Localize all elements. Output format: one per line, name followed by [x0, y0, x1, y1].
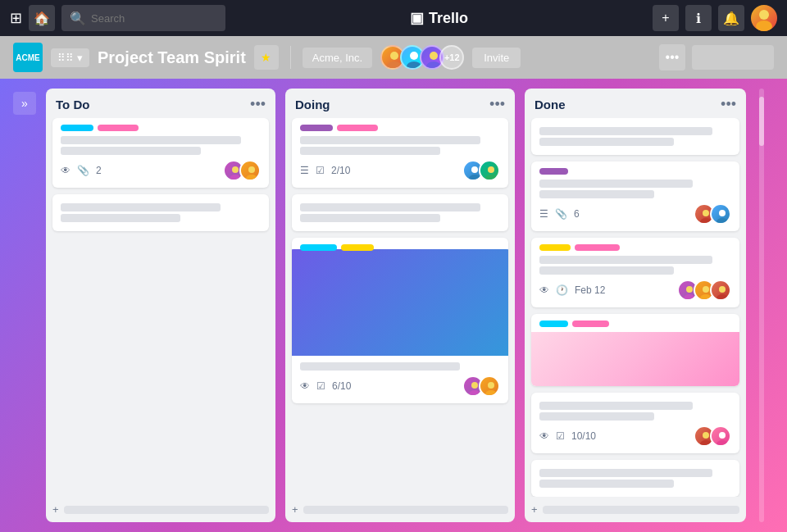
search-bar[interactable]: 🔍 — [61, 5, 225, 31]
scrollbar-thumb — [759, 97, 764, 146]
card-doing-2[interactable] — [292, 194, 508, 231]
add-button[interactable]: + — [653, 5, 679, 31]
chevron-down-icon: ▾ — [77, 52, 83, 64]
card-avatars — [694, 203, 731, 225]
column-done-menu[interactable]: ••• — [721, 97, 736, 111]
grid-icon[interactable]: ⊞ — [10, 9, 22, 27]
card-tags — [300, 125, 500, 131]
tag — [61, 125, 93, 131]
column-doing-footer[interactable]: + — [285, 497, 515, 522]
column-doing-header: Doing ••• — [285, 89, 515, 118]
card-title-bar-2 — [61, 214, 180, 222]
search-input[interactable] — [91, 12, 217, 25]
svg-point-4 — [410, 52, 418, 60]
svg-point-10 — [248, 166, 255, 173]
svg-point-14 — [488, 166, 494, 173]
column-doing-body: ☰ ☑ 2/10 — [285, 118, 515, 497]
notifications-button[interactable]: 🔔 — [718, 5, 744, 31]
workspace-selector[interactable]: ⠿⠿ ▾ — [51, 48, 89, 67]
attachment-icon: 📎 — [555, 208, 567, 220]
app-logo: ▣ Trello — [232, 9, 646, 27]
card-meta: 👁 ☑ 10/10 — [539, 430, 596, 442]
add-card-bar — [543, 506, 739, 514]
workspace-logo[interactable]: ACME — [13, 43, 43, 72]
card-done-2[interactable]: ☰ 📎 6 — [531, 161, 739, 231]
card-title-bar — [300, 203, 480, 211]
card-image — [292, 249, 508, 356]
svg-point-15 — [485, 175, 497, 181]
checklist-count: 6/10 — [332, 380, 351, 392]
checklist-icon: ☑ — [556, 430, 565, 442]
card-avatars — [462, 160, 500, 181]
clock-icon: 🕐 — [556, 284, 568, 296]
column-todo-menu[interactable]: ••• — [250, 97, 266, 111]
home-button[interactable]: 🏠 — [29, 5, 55, 31]
tag — [300, 125, 333, 131]
workspace-tag[interactable]: Acme, Inc. — [303, 48, 372, 68]
eye-icon: 👁 — [300, 380, 310, 392]
card-done-6[interactable] — [531, 460, 739, 497]
attachment-count: 2 — [96, 165, 102, 176]
sidebar-toggle[interactable]: » — [13, 92, 36, 115]
checklist-icon: ☑ — [316, 380, 325, 392]
star-button[interactable]: ★ — [254, 45, 279, 70]
svg-point-18 — [488, 382, 494, 389]
attachment-icon: 📎 — [77, 165, 89, 176]
column-done-footer[interactable]: + — [525, 497, 746, 522]
column-done-title: Done — [535, 98, 566, 111]
card-todo-2[interactable] — [52, 194, 269, 231]
card-avatars — [223, 160, 261, 181]
svg-point-29 — [716, 294, 728, 301]
member-avatars[interactable]: +12 — [380, 45, 464, 70]
card-avatar-2 — [239, 160, 261, 181]
card-footer: 👁 🕐 Feb 12 — [539, 280, 731, 301]
card-doing-1[interactable]: ☰ ☑ 2/10 — [292, 118, 508, 188]
card-done-1[interactable] — [531, 118, 739, 155]
card-meta: ☰ 📎 6 — [539, 208, 580, 220]
board-area: » To Do ••• 👁 📎 2 — [0, 79, 787, 532]
card-title-bar-2 — [539, 190, 654, 198]
more-options-button[interactable]: ••• — [659, 44, 685, 70]
board-title[interactable]: Project Team Spirit — [98, 48, 246, 67]
svg-point-0 — [759, 10, 769, 20]
card-avatars — [694, 425, 731, 447]
due-date: Feb 12 — [575, 284, 605, 296]
svg-point-9 — [230, 175, 241, 181]
card-done-4[interactable] — [531, 314, 739, 386]
svg-point-23 — [716, 218, 728, 225]
card-footer: 👁 📎 2 — [61, 160, 261, 181]
card-todo-1[interactable]: 👁 📎 2 — [52, 118, 269, 188]
column-todo-footer[interactable]: + — [46, 497, 275, 522]
svg-point-13 — [469, 175, 480, 181]
svg-point-31 — [700, 440, 712, 447]
card-title-bar — [539, 256, 712, 264]
user-avatar[interactable] — [751, 5, 777, 31]
card-title-bar-2 — [300, 214, 440, 222]
card-doing-3[interactable]: 👁 ☑ 6/10 — [292, 238, 508, 403]
column-todo: To Do ••• 👁 📎 2 — [46, 89, 275, 522]
top-nav: ⊞ 🏠 🔍 ▣ Trello + ℹ 🔔 — [0, 0, 787, 36]
card-tags — [531, 314, 739, 327]
board-header-right: ••• — [659, 44, 774, 70]
info-button[interactable]: ℹ — [685, 5, 712, 31]
card-title-bar-2 — [300, 147, 440, 155]
card-done-5[interactable]: 👁 ☑ 10/10 — [531, 393, 739, 453]
svg-point-6 — [430, 52, 438, 60]
card-meta: 👁 🕐 Feb 12 — [539, 284, 605, 296]
card-footer: ☰ ☑ 2/10 — [300, 160, 500, 181]
card-title-bar — [61, 136, 241, 144]
eye-icon: 👁 — [61, 165, 71, 176]
card-done-3[interactable]: 👁 🕐 Feb 12 — [531, 238, 739, 307]
list-icon: ☰ — [300, 165, 309, 176]
member-count[interactable]: +12 — [439, 45, 464, 70]
card-tags — [539, 244, 731, 251]
board-scrollbar[interactable] — [759, 89, 764, 522]
column-done: Done ••• ☰ 📎 6 — [525, 89, 746, 522]
column-doing-menu[interactable]: ••• — [489, 97, 505, 111]
card-footer: 👁 ☑ 10/10 — [539, 425, 731, 447]
card-meta: 👁 📎 2 — [61, 165, 102, 176]
tag — [300, 244, 337, 251]
invite-button[interactable]: Invite — [472, 48, 521, 68]
tag — [575, 244, 620, 251]
card-body-inner: 👁 ☑ 6/10 — [292, 362, 508, 403]
